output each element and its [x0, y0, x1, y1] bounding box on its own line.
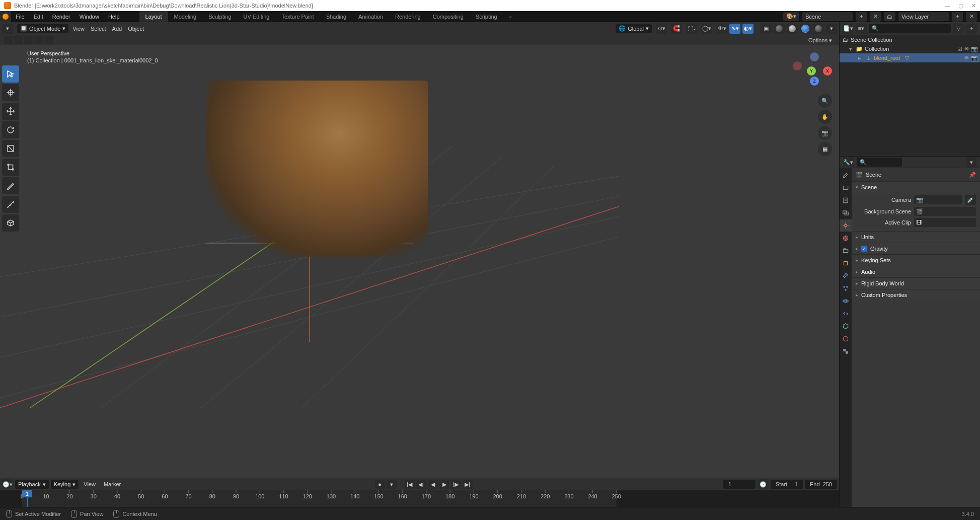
select-mode-3[interactable]	[24, 36, 33, 44]
tool-move[interactable]	[2, 103, 19, 120]
outliner-row-scene[interactable]: 🗂Scene Collection	[840, 35, 980, 44]
panel-audio[interactable]: ▸Audio	[852, 266, 980, 277]
axis-y[interactable]: Y	[807, 66, 816, 76]
gravity-checkbox[interactable]: ✓	[861, 246, 867, 252]
tab-sculpting[interactable]: Sculpting	[202, 11, 237, 22]
perspective-toggle-icon[interactable]: ▦	[818, 142, 832, 156]
visibility-icon[interactable]: 👁▾	[716, 24, 727, 34]
del-scene-button[interactable]: ✕	[870, 12, 881, 22]
timeline-ruler[interactable]: 0102030405060708090100110120130140150160…	[0, 490, 839, 507]
preview-range-icon[interactable]: 🕓	[758, 479, 769, 489]
tool-rotate[interactable]	[2, 121, 19, 138]
activeclip-field[interactable]: 🎞	[914, 218, 976, 227]
snap-icon[interactable]: 🧲	[671, 24, 682, 34]
timeline-editor-icon[interactable]: 🕘▾	[2, 479, 13, 489]
ptab-collection[interactable]	[840, 245, 852, 257]
ptab-render[interactable]	[840, 182, 852, 194]
shading-rendered-icon[interactable]	[813, 24, 824, 34]
new-collection-icon[interactable]: ＋	[966, 24, 977, 34]
ptab-modifier[interactable]	[840, 270, 852, 282]
viewlayer-icon[interactable]: 🗂	[884, 12, 895, 21]
select-mode-1[interactable]	[4, 36, 13, 44]
editor-type-icon[interactable]: ▾	[2, 24, 13, 34]
shading-matprev-icon[interactable]	[800, 24, 811, 34]
hdr-object[interactable]: Object	[128, 26, 144, 32]
playhead[interactable]: 1	[22, 490, 32, 507]
ptab-particles[interactable]	[840, 282, 852, 294]
tab-modeling[interactable]: Modeling	[168, 11, 203, 22]
shading-wire-icon[interactable]	[774, 24, 785, 34]
menu-render[interactable]: Render	[48, 11, 75, 22]
del-viewlayer-button[interactable]: ✕	[966, 12, 977, 22]
play-icon[interactable]: ▶	[439, 480, 449, 489]
tab-uvediting[interactable]: UV Editing	[237, 11, 275, 22]
tab-animation[interactable]: Animation	[352, 11, 389, 22]
props-options-icon[interactable]: ▾	[966, 157, 977, 167]
ptab-tool[interactable]	[840, 169, 852, 181]
autokey-drop[interactable]: ▾	[387, 480, 397, 489]
tab-texturepaint[interactable]: Texture Paint	[275, 11, 320, 22]
end-frame[interactable]: End 250	[805, 480, 837, 489]
ptab-data[interactable]	[840, 320, 852, 332]
outliner-search[interactable]: 🔍	[869, 24, 951, 33]
shading-options-icon[interactable]: ▾	[826, 24, 837, 34]
keyframe-next-icon[interactable]: |▶	[451, 480, 461, 489]
camera-view-icon[interactable]: 📷	[818, 126, 832, 140]
current-frame[interactable]: 1	[723, 480, 756, 489]
autokey-icon[interactable]: ●	[375, 480, 385, 489]
overlay-toggle-icon[interactable]: ◐▾	[742, 24, 753, 34]
app-icon[interactable]	[0, 11, 11, 22]
scene-icon[interactable]: 🎨▾	[783, 12, 799, 21]
new-viewlayer-button[interactable]: ＋	[952, 12, 963, 22]
axis-z[interactable]: Z	[810, 77, 819, 86]
ptab-scene[interactable]	[840, 219, 852, 232]
tool-measure[interactable]	[2, 196, 19, 213]
scene-selector[interactable]: Scene	[802, 12, 853, 21]
options-dropdown[interactable]: Options ▾	[805, 37, 835, 44]
jump-end-icon[interactable]: ▶|	[463, 480, 473, 489]
tool-cursor[interactable]	[2, 84, 19, 101]
menu-file[interactable]: File	[11, 11, 29, 22]
menu-window[interactable]: Window	[75, 11, 104, 22]
axis-neg-x[interactable]	[793, 61, 802, 70]
tab-scripting[interactable]: Scripting	[470, 11, 503, 22]
tab-rendering[interactable]: Rendering	[389, 11, 427, 22]
props-editor-icon[interactable]: 🔧▾	[843, 157, 854, 167]
jump-start-icon[interactable]: |◀	[405, 480, 415, 489]
tl-view[interactable]: View	[81, 481, 99, 487]
zoom-icon[interactable]: 🔍	[818, 94, 832, 108]
close-button[interactable]: ✕	[971, 3, 976, 9]
props-search[interactable]: 🔍	[857, 158, 902, 167]
tl-playback[interactable]: Playback ▾	[15, 480, 49, 489]
shading-solid-icon[interactable]	[787, 24, 798, 34]
tab-shading[interactable]: Shading	[320, 11, 352, 22]
panel-units[interactable]: ▸Units	[852, 232, 980, 243]
outliner-tree[interactable]: 🗂Scene Collection ▾📁Collection ☑👁📷 ▸⟂ble…	[840, 35, 980, 156]
hdr-add[interactable]: Add	[112, 26, 122, 32]
orientation-selector[interactable]: 🌐 Global ▾	[616, 24, 652, 33]
menu-edit[interactable]: Edit	[29, 11, 48, 22]
add-workspace-button[interactable]: ＋	[503, 11, 517, 22]
ptab-physics[interactable]	[840, 295, 852, 307]
outliner-editor-icon[interactable]: 📑▾	[843, 24, 854, 34]
hdr-view[interactable]: View	[72, 26, 85, 32]
hdr-select[interactable]: Select	[91, 26, 106, 32]
tool-scale[interactable]	[2, 140, 19, 157]
keyframe-prev-icon[interactable]: ◀|	[416, 480, 426, 489]
camera-field[interactable]: 📷	[914, 195, 962, 204]
filter-icon[interactable]: ▽	[953, 24, 964, 34]
outliner-row-blendroot[interactable]: ▸⟂blend_root ▽ 👁📷	[840, 53, 980, 62]
new-scene-button[interactable]: ＋	[856, 12, 867, 22]
pin-icon[interactable]: 📌	[969, 172, 976, 178]
outliner-row-collection[interactable]: ▾📁Collection ☑👁📷	[840, 44, 980, 53]
ptab-material[interactable]	[840, 333, 852, 345]
ptab-viewlayer[interactable]	[840, 207, 852, 219]
tool-annotate[interactable]	[2, 177, 19, 194]
tool-transform[interactable]	[2, 159, 19, 176]
menu-help[interactable]: Help	[104, 11, 124, 22]
maximize-button[interactable]: ▢	[958, 3, 963, 9]
tl-marker[interactable]: Marker	[101, 481, 124, 487]
gizmo-toggle-icon[interactable]: ⬊▾	[729, 24, 740, 34]
panel-customprops[interactable]: ▸Custom Properties	[852, 289, 980, 301]
ptab-object[interactable]	[840, 257, 852, 269]
